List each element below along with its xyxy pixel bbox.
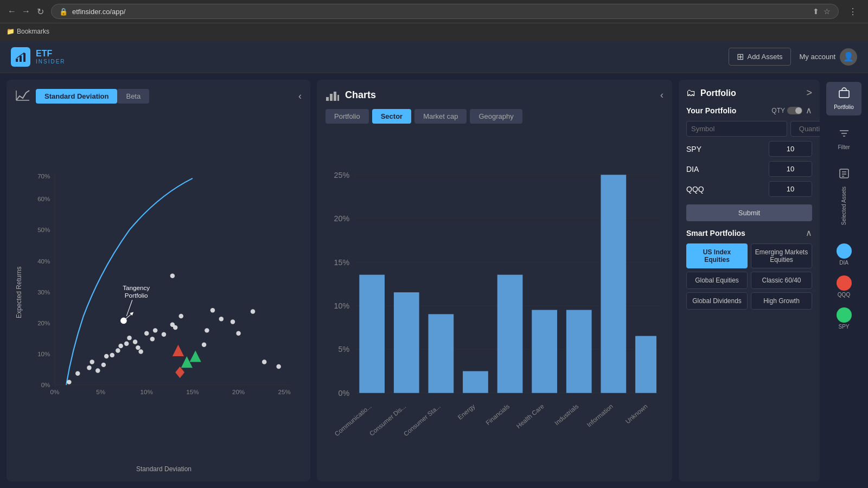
logo-text-group: ETF INSIDER [36, 49, 66, 65]
svg-rect-96 [839, 91, 849, 98]
svg-text:Portfolio: Portfolio [125, 292, 148, 299]
portfolio-title: Portfolio [700, 88, 802, 98]
svg-text:40%: 40% [37, 258, 50, 265]
svg-point-32 [127, 336, 131, 340]
dia-label: DIA [686, 165, 764, 174]
svg-rect-81 [463, 371, 488, 393]
browser-toolbar: ← → ↻ 🔒 etfinsider.co/app/ ⬆ ☆ ⋮ [0, 0, 868, 23]
svg-point-42 [179, 314, 183, 318]
asset-row-dia: DIA [686, 161, 812, 177]
add-assets-button[interactable]: ⊞ Add Assets [729, 48, 790, 66]
portfolio-chart-tab[interactable]: Portfolio [326, 109, 369, 124]
svg-text:0%: 0% [41, 381, 50, 388]
reload-button[interactable]: ↻ [35, 6, 46, 17]
portfolio-collapse-button[interactable]: ∧ [806, 105, 812, 115]
beta-tab[interactable]: Beta [117, 89, 149, 104]
std-dev-tab[interactable]: Standard Deviation [36, 89, 117, 104]
qqq-quantity-input[interactable] [769, 181, 812, 197]
far-right-sidebar: Portfolio Filter [826, 80, 861, 481]
svg-text:15%: 15% [334, 258, 350, 267]
svg-text:70%: 70% [37, 172, 50, 179]
smart-portfolios-collapse-button[interactable]: ∧ [806, 228, 812, 238]
svg-rect-82 [497, 275, 523, 393]
address-bar-icons: ⬆ ☆ [813, 7, 831, 16]
submit-button[interactable]: Submit [686, 204, 812, 221]
svg-rect-65 [337, 95, 339, 101]
sidebar-item-filter[interactable]: Filter [826, 122, 861, 156]
bookmarks-label[interactable]: 📁 Bookmarks [7, 28, 49, 35]
selected-assets-sidebar-icon [838, 168, 850, 182]
symbol-input[interactable] [686, 121, 787, 137]
scatter-prev-button[interactable]: ‹ [298, 91, 302, 102]
sp-emerging-markets[interactable]: Emerging Markets Equities [751, 243, 812, 268]
sidebar-item-portfolio[interactable]: Portfolio [826, 82, 861, 115]
back-button[interactable]: ← [7, 6, 17, 17]
dia-quantity-input[interactable] [769, 161, 812, 177]
geography-chart-tab[interactable]: Geography [470, 109, 522, 124]
portfolio-expand-button[interactable]: > [806, 87, 812, 99]
svg-text:10%: 10% [141, 388, 153, 395]
app-header: ETF INSIDER ⊞ Add Assets My account 👤 [0, 41, 868, 73]
svg-rect-84 [566, 310, 592, 393]
bar-chart-container: 25% 20% 15% 10% 5% 0% [326, 130, 663, 473]
sidebar-item-selected-assets[interactable]: Selected Assets [826, 162, 861, 230]
sp-grid: US Index Equities Emerging Markets Equit… [686, 243, 812, 310]
svg-point-24 [90, 359, 94, 364]
svg-text:5%: 5% [96, 388, 105, 395]
svg-marker-60 [175, 367, 184, 378]
qty-switch[interactable] [787, 107, 802, 114]
svg-text:60%: 60% [37, 195, 50, 202]
your-portfolio-section: Your Portfolio QTY ∧ SPY DIA [686, 105, 812, 221]
svg-point-43 [170, 274, 175, 278]
quantity-input[interactable] [790, 121, 820, 137]
logo: ETF INSIDER [11, 47, 66, 67]
svg-marker-61 [190, 350, 201, 362]
forward-button[interactable]: → [21, 6, 31, 17]
bar-chart-icon [326, 88, 340, 101]
scatter-panel: Standard Deviation Beta ‹ Expected Retur… [7, 80, 310, 481]
portfolio-sidebar-label: Portfolio [834, 104, 854, 110]
my-account[interactable]: My account 👤 [800, 48, 857, 66]
charts-header: Charts ‹ [326, 88, 663, 101]
portfolio-sidebar-icon [838, 87, 850, 102]
toolbar-right: ⋮ [844, 7, 861, 17]
svg-text:15%: 15% [186, 388, 199, 395]
bookmark-icon: ☆ [824, 7, 831, 16]
charts-prev-button[interactable]: ‹ [660, 89, 663, 101]
asset-row-spy: SPY [686, 141, 812, 157]
sp-classic-6040[interactable]: Classic 60/40 [751, 272, 812, 289]
sp-high-growth[interactable]: High Growth [751, 292, 812, 310]
svg-text:Health Care: Health Care [515, 402, 545, 429]
sector-chart-tab[interactable]: Sector [372, 109, 411, 124]
svg-point-30 [118, 344, 123, 348]
address-bar[interactable]: 🔒 etfinsider.co/app/ ⬆ ☆ [51, 4, 839, 19]
sp-us-index-equities[interactable]: US Index Equities [686, 243, 748, 268]
marketcap-chart-tab[interactable]: Market cap [414, 109, 467, 124]
scatter-plot-area: 0% 10% 20% 30% 40% 50% 60% 70% 0% 5% 10% [26, 112, 302, 463]
app-container: ETF INSIDER ⊞ Add Assets My account 👤 [0, 41, 868, 488]
portfolio-icon: 🗂 [686, 87, 696, 99]
svg-point-51 [262, 359, 266, 364]
svg-line-54 [124, 313, 132, 321]
svg-text:5%: 5% [339, 345, 350, 354]
svg-point-47 [219, 317, 224, 321]
smart-portfolios-title: Smart Portfolios [686, 229, 802, 237]
svg-point-27 [104, 354, 108, 358]
portfolio-header: 🗂 Portfolio > [686, 87, 812, 99]
asset-legend: DIA QQQ SPY [837, 243, 852, 330]
extensions-icon: ⋮ [848, 7, 857, 17]
svg-point-26 [101, 363, 106, 367]
portfolio-panel: 🗂 Portfolio > Your Portfolio QTY ∧ [679, 80, 820, 481]
nav-buttons: ← → ↻ [7, 6, 46, 17]
folder-icon: 📁 [7, 28, 15, 35]
your-portfolio-header: Your Portfolio QTY ∧ [686, 105, 812, 115]
asset-row-qqq: QQQ [686, 181, 812, 197]
dia-dot [837, 243, 852, 259]
account-avatar: 👤 [840, 48, 857, 66]
sp-global-equities[interactable]: Global Equities [686, 272, 748, 289]
spy-dot [837, 307, 852, 323]
qqq-legend: QQQ [837, 275, 852, 298]
spy-quantity-input[interactable] [769, 141, 812, 157]
sp-global-dividends[interactable]: Global Dividends [686, 292, 748, 310]
svg-point-33 [133, 339, 137, 344]
